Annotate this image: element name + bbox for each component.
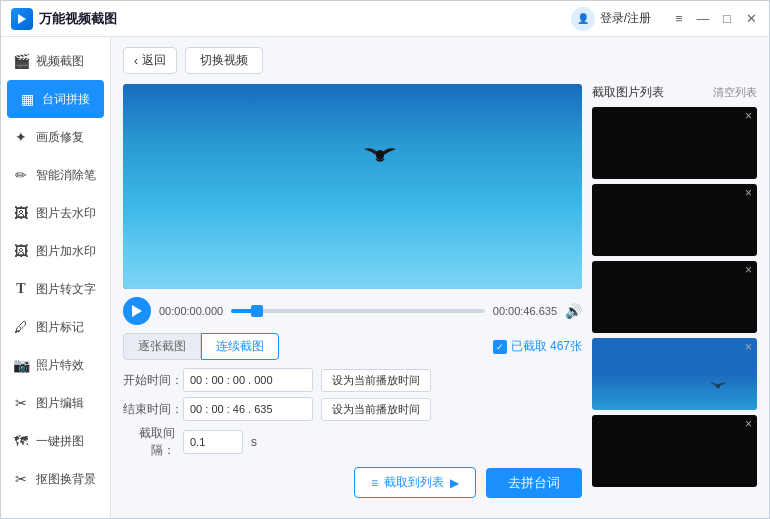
- stitch-subtitles-button[interactable]: 去拼台词: [486, 468, 582, 498]
- sidebar-item-image-mark[interactable]: 🖊 图片标记: [1, 308, 110, 346]
- thumb-delete-5[interactable]: ×: [745, 418, 752, 430]
- cutout-bg-icon: ✂: [13, 471, 29, 487]
- content-top-bar: ‹ 返回 切换视频: [123, 47, 757, 74]
- panel-header: 截取图片列表 清空列表: [592, 84, 757, 101]
- sidebar-item-image-mark-label: 图片标记: [36, 319, 84, 336]
- sidebar-item-video-screenshot[interactable]: 🎬 视频截图: [1, 42, 110, 80]
- time-current: 00:00:00.000: [159, 305, 223, 317]
- end-time-row: 结束时间： 设为当前播放时间: [123, 397, 582, 421]
- start-time-input[interactable]: [183, 368, 313, 392]
- video-sky-bg: [123, 84, 582, 289]
- thumb-content-2: [592, 184, 757, 256]
- thumbnail-item: ×: [592, 415, 757, 487]
- image-to-text-icon: T: [13, 281, 29, 297]
- tab-bar: 逐张截图 连续截图 ✓ 已截取 467张: [123, 333, 582, 360]
- svg-marker-0: [18, 14, 26, 24]
- title-bar: 万能视频截图 👤 登录/注册 ≡ — □ ✕: [1, 1, 769, 37]
- sidebar-item-image-to-text[interactable]: T 图片转文字: [1, 270, 110, 308]
- end-time-input[interactable]: [183, 397, 313, 421]
- photo-effect-icon: 📷: [13, 357, 29, 373]
- menu-icon[interactable]: ≡: [671, 11, 687, 27]
- image-edit-icon: ✂: [13, 395, 29, 411]
- video-bird: [362, 141, 398, 167]
- timeline-thumb[interactable]: [251, 305, 263, 317]
- sidebar-item-image-edit[interactable]: ✂ 图片编辑: [1, 384, 110, 422]
- interval-label: 截取间隔：: [123, 425, 175, 459]
- sidebar-item-cutout-bg[interactable]: ✂ 抠图换背景: [1, 460, 110, 498]
- sidebar-item-photo-effect-label: 照片特效: [36, 357, 84, 374]
- tab-single-capture[interactable]: 逐张截图: [123, 333, 201, 360]
- app-window: 万能视频截图 👤 登录/注册 ≡ — □ ✕ 🎬 视频截图 ▦ 台词拼接: [0, 0, 770, 519]
- svg-point-3: [716, 384, 720, 389]
- app-logo: [11, 8, 33, 30]
- start-time-label: 开始时间：: [123, 372, 175, 389]
- thumb-content-5: [592, 415, 757, 487]
- thumb-bird-icon: [709, 379, 727, 392]
- user-label: 登录/注册: [600, 10, 651, 27]
- sidebar-item-one-key-map-label: 一键拼图: [36, 433, 84, 450]
- sidebar-item-cutout-bg-label: 抠图换背景: [36, 471, 96, 488]
- right-panel: 截取图片列表 清空列表 × ×: [592, 84, 757, 508]
- arrow-right-icon: ▶: [450, 476, 459, 490]
- sidebar-item-smart-erase[interactable]: ✏ 智能消除笔: [1, 156, 110, 194]
- sidebar-item-image-enhance[interactable]: ✦ 画质修复: [1, 118, 110, 156]
- back-button[interactable]: ‹ 返回: [123, 47, 177, 74]
- video-player[interactable]: [123, 84, 582, 289]
- image-mark-icon: 🖊: [13, 319, 29, 335]
- time-inputs: 开始时间： 设为当前播放时间 结束时间： 设为当前播放时间: [123, 368, 582, 421]
- sidebar: 🎬 视频截图 ▦ 台词拼接 ✦ 画质修复 ✏ 智能消除笔 🖼 图片去水印 🖼: [1, 37, 111, 518]
- sidebar-item-add-watermark[interactable]: 🖼 图片加水印: [1, 232, 110, 270]
- thumb-content-4: [592, 338, 757, 410]
- interval-input[interactable]: [183, 430, 243, 454]
- thumbnail-item: ×: [592, 338, 757, 410]
- thumbnail-item: ×: [592, 261, 757, 333]
- time-total: 00:00:46.635: [493, 305, 557, 317]
- video-section: 00:00:00.000 00:00:46.635 🔊 逐张截图 连续截图: [123, 84, 582, 508]
- tab-continuous-capture[interactable]: 连续截图: [201, 333, 279, 360]
- maximize-button[interactable]: □: [719, 11, 735, 27]
- svg-marker-2: [132, 305, 142, 317]
- user-avatar: 👤: [571, 7, 595, 31]
- image-enhance-icon: ✦: [13, 129, 29, 145]
- sidebar-item-subtitle-stitch[interactable]: ▦ 台词拼接: [7, 80, 104, 118]
- thumb-delete-4[interactable]: ×: [745, 341, 752, 353]
- set-end-time-button[interactable]: 设为当前播放时间: [321, 398, 431, 421]
- one-key-map-icon: 🗺: [13, 433, 29, 449]
- thumbnail-item: ×: [592, 107, 757, 179]
- player-controls: 00:00:00.000 00:00:46.635 🔊: [123, 297, 582, 325]
- start-time-row: 开始时间： 设为当前播放时间: [123, 368, 582, 392]
- capture-to-list-button[interactable]: ≡ 截取到列表 ▶: [354, 467, 476, 498]
- clear-list-button[interactable]: 清空列表: [713, 85, 757, 100]
- play-button[interactable]: [123, 297, 151, 325]
- sidebar-item-photo-effect[interactable]: 📷 照片特效: [1, 346, 110, 384]
- user-login-btn[interactable]: 👤 登录/注册: [571, 7, 651, 31]
- timeline-bar[interactable]: [231, 309, 485, 313]
- sidebar-item-image-to-text-label: 图片转文字: [36, 281, 96, 298]
- switch-video-button[interactable]: 切换视频: [185, 47, 263, 74]
- end-time-label: 结束时间：: [123, 401, 175, 418]
- thumb-delete-3[interactable]: ×: [745, 264, 752, 276]
- volume-icon[interactable]: 🔊: [565, 303, 582, 319]
- close-button[interactable]: ✕: [743, 11, 759, 27]
- back-label: 返回: [142, 52, 166, 69]
- thumb-content-3: [592, 261, 757, 333]
- thumbnail-item: ×: [592, 184, 757, 256]
- sidebar-item-one-key-map[interactable]: 🗺 一键拼图: [1, 422, 110, 460]
- video-panel-row: 00:00:00.000 00:00:46.635 🔊 逐张截图 连续截图: [123, 84, 757, 508]
- sidebar-item-smart-erase-label: 智能消除笔: [36, 167, 96, 184]
- capture-count: ✓ 已截取 467张: [493, 338, 582, 355]
- bottom-buttons: ≡ 截取到列表 ▶ 去拼台词: [123, 467, 582, 498]
- sidebar-item-remove-watermark[interactable]: 🖼 图片去水印: [1, 194, 110, 232]
- minimize-button[interactable]: —: [695, 11, 711, 27]
- add-watermark-icon: 🖼: [13, 243, 29, 259]
- app-title: 万能视频截图: [39, 10, 571, 28]
- sidebar-item-image-edit-label: 图片编辑: [36, 395, 84, 412]
- thumb-delete-2[interactable]: ×: [745, 187, 752, 199]
- thumb-delete-1[interactable]: ×: [745, 110, 752, 122]
- sidebar-item-remove-watermark-label: 图片去水印: [36, 205, 96, 222]
- set-start-time-button[interactable]: 设为当前播放时间: [321, 369, 431, 392]
- sidebar-item-image-enhance-label: 画质修复: [36, 129, 84, 146]
- panel-title: 截取图片列表: [592, 84, 664, 101]
- sidebar-item-add-watermark-label: 图片加水印: [36, 243, 96, 260]
- interval-row: 截取间隔： s: [123, 425, 582, 459]
